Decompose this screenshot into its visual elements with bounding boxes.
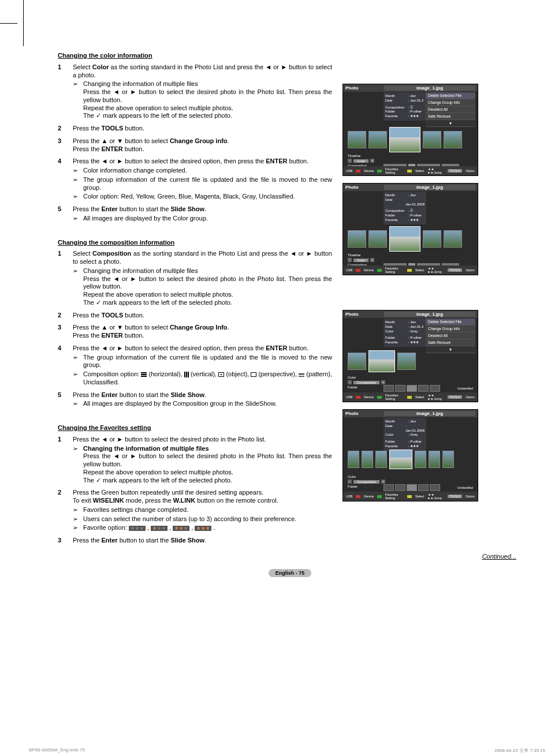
right-column: Photoimage_1.jpg Month: Jan Date: Jan.01…	[342, 52, 484, 549]
favorite-0-icon	[129, 526, 146, 531]
step-number: 1	[58, 63, 73, 120]
tv-screenshot-composition-menu: Photoimage_1.jpg Month: Jan Date: Jan.01…	[342, 310, 478, 402]
favorite-3-icon	[195, 526, 211, 531]
left-column: Changing the color information 1 Select …	[58, 52, 332, 549]
continued-label: Continued...	[58, 553, 522, 560]
perspective-icon	[251, 372, 256, 377]
favorite-1-icon	[151, 526, 167, 531]
pattern-icon	[299, 372, 304, 377]
section-heading-color: Changing the color information	[58, 52, 332, 60]
note-arrow-icon: ➢	[73, 167, 83, 175]
menu-item[interactable]: Deselect All	[426, 106, 475, 113]
context-menu[interactable]: Delete Selected File Change Group Info D…	[426, 319, 475, 353]
horizontal-icon	[141, 372, 147, 377]
menu-item[interactable]: Delete Selected File	[426, 92, 475, 99]
object-icon	[218, 372, 224, 377]
tv-screenshot-composition: Photoimage_1.jpg Month: Jan Date: Jan.01…	[342, 409, 478, 501]
menu-item[interactable]: Safe Remove	[426, 113, 475, 120]
tv-screenshot-color-menu: Photoimage_1.jpg Month: Jan Date: Jan.01…	[342, 84, 478, 176]
section-heading-favorites: Changing the Favorites setting	[58, 424, 332, 432]
section-heading-composition: Changing the composition information	[58, 239, 332, 247]
page: Changing the color information 1 Select …	[0, 0, 551, 727]
favorite-2-icon	[173, 526, 189, 531]
vertical-icon	[184, 372, 189, 377]
menu-item[interactable]: Change Group Info	[426, 99, 475, 106]
context-menu[interactable]: Delete Selected File Change Group Info D…	[426, 92, 475, 127]
step: 1 Select Color as the sorting standard i…	[58, 63, 332, 120]
menu-scroll-down-icon[interactable]: ▼	[426, 120, 475, 127]
tv-screenshot-color: Photoimage_1.jpg Month: Jan Date: Jan.01…	[342, 183, 478, 275]
page-number: English - 75	[58, 567, 522, 577]
note-arrow-icon: ➢	[73, 80, 83, 120]
print-footer: BP68-00658A_Eng.indb 75 2008-04-22 오후 7:…	[29, 747, 545, 754]
